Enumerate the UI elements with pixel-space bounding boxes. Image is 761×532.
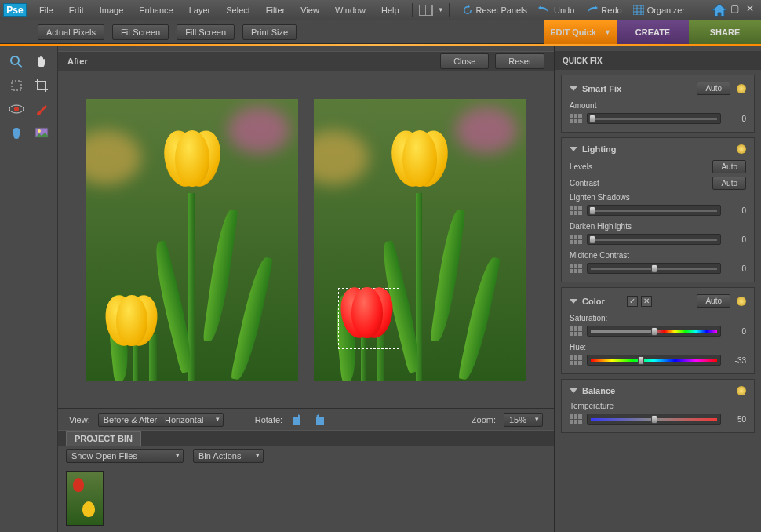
red-eye-icon	[9, 104, 24, 115]
tool-hand[interactable]	[31, 53, 52, 71]
auto-button[interactable]: Auto	[697, 294, 730, 308]
quick-fix-tab[interactable]: QUICK FIX	[555, 51, 761, 70]
reset-button[interactable]: Reset	[495, 53, 544, 69]
organizer-icon	[633, 5, 644, 15]
section-balance: Balance Temperature 50	[561, 379, 755, 433]
project-bin	[58, 465, 554, 532]
quick-fix-panel: QUICK FIX Smart Fix Auto Amount 0 Lighti…	[554, 46, 761, 532]
collapse-icon[interactable]	[570, 388, 577, 393]
bin-actions-select[interactable]: Bin Actions	[193, 449, 264, 463]
organizer-button[interactable]: Organizer	[633, 5, 685, 15]
temperature-slider[interactable]	[587, 414, 721, 425]
project-bin-tab[interactable]: PROJECT BIN	[58, 430, 554, 446]
menu-select[interactable]: Select	[218, 2, 258, 18]
minimize-button[interactable]: —	[712, 3, 725, 14]
menu-enhance[interactable]: Enhance	[131, 2, 180, 18]
thumbnail[interactable]	[66, 471, 104, 526]
svg-point-9	[14, 107, 19, 111]
options-bar: Actual Pixels Fit Screen Fill Screen Pri…	[0, 20, 761, 44]
layout-picker[interactable]: ▼	[417, 5, 444, 16]
contrast-label: Contrast	[570, 179, 712, 188]
view-label: View:	[69, 415, 90, 425]
levels-auto-button[interactable]: Auto	[712, 160, 746, 173]
after-image[interactable]	[314, 99, 526, 381]
menu-file[interactable]: File	[31, 2, 61, 18]
show-files-select[interactable]: Show Open Files	[66, 449, 184, 463]
tool-red-eye[interactable]	[6, 100, 27, 118]
preset-grid-icon[interactable]	[570, 114, 582, 123]
preset-grid-icon[interactable]	[570, 264, 582, 273]
rotate-right-icon[interactable]	[312, 413, 326, 427]
svg-rect-12	[293, 417, 300, 425]
collapse-icon[interactable]	[570, 147, 577, 151]
lighten-shadows-slider[interactable]	[587, 205, 721, 216]
rotate-left-icon[interactable]	[290, 413, 304, 427]
amount-slider[interactable]	[587, 113, 721, 124]
tool-zoom[interactable]	[6, 53, 27, 71]
fill-screen-button[interactable]: Fill Screen	[177, 24, 235, 40]
preview-area	[58, 71, 554, 408]
menu-filter[interactable]: Filter	[258, 2, 293, 18]
saturation-slider[interactable]	[587, 326, 721, 337]
preset-grid-icon[interactable]	[570, 326, 582, 336]
menu-layer[interactable]: Layer	[181, 2, 219, 18]
reset-panels-button[interactable]: Reset Panels	[462, 5, 527, 16]
cancel-button[interactable]: ✕	[641, 296, 652, 307]
preset-grid-icon[interactable]	[570, 414, 582, 424]
collapse-icon[interactable]	[570, 299, 577, 304]
actual-pixels-button[interactable]: Actual Pixels	[38, 24, 104, 40]
collapse-icon[interactable]	[570, 86, 577, 91]
temperature-value: 50	[726, 415, 746, 424]
tip-icon[interactable]	[737, 144, 746, 154]
lighten-shadows-label: Lighten Shadows	[570, 193, 746, 202]
reset-icon	[462, 5, 473, 16]
print-size-button[interactable]: Print Size	[242, 24, 297, 40]
close-button[interactable]: Close	[440, 53, 489, 69]
saturation-label: Saturation:	[570, 314, 746, 322]
contrast-auto-button[interactable]: Auto	[712, 177, 746, 190]
redo-icon	[585, 5, 598, 15]
redo-button[interactable]: Redo	[585, 5, 621, 15]
before-image[interactable]	[86, 99, 298, 381]
menu-image[interactable]: Image	[92, 2, 132, 18]
midtone-contrast-slider[interactable]	[587, 263, 721, 274]
zoom-label: Zoom:	[472, 415, 496, 425]
zoom-icon	[9, 55, 24, 69]
tip-icon[interactable]	[737, 386, 746, 395]
preset-grid-icon[interactable]	[570, 235, 582, 244]
close-window-button[interactable]: ✕	[744, 3, 756, 14]
menu-edit[interactable]: Edit	[61, 2, 92, 18]
commit-button[interactable]: ✓	[627, 296, 638, 307]
tab-edit-quick[interactable]: EDIT Quick▼	[544, 20, 617, 44]
tab-create[interactable]: CREATE	[617, 20, 689, 44]
hue-slider[interactable]	[587, 355, 721, 366]
tip-icon[interactable]	[737, 84, 746, 93]
section-title: Balance	[582, 386, 730, 395]
preset-grid-icon[interactable]	[570, 355, 582, 365]
preview-title: After	[67, 56, 434, 66]
undo-button[interactable]: Undo	[538, 5, 574, 15]
tool-brush[interactable]	[31, 100, 52, 118]
tab-share[interactable]: SHARE	[689, 20, 761, 44]
fit-screen-button[interactable]: Fit Screen	[112, 24, 169, 40]
midtone-contrast-label: Midtone Contrast	[570, 251, 746, 260]
preset-grid-icon[interactable]	[570, 206, 582, 215]
menu-help[interactable]: Help	[373, 2, 407, 18]
tool-bucket[interactable]	[6, 123, 27, 142]
darken-highlights-slider[interactable]	[587, 234, 721, 245]
tool-photo[interactable]	[31, 123, 52, 142]
menu-window[interactable]: Window	[327, 2, 373, 18]
maximize-button[interactable]: ▢	[728, 3, 741, 14]
tool-crop[interactable]	[31, 76, 52, 95]
view-select[interactable]: Before & After - Horizontal	[98, 413, 224, 427]
brush-icon	[35, 102, 49, 116]
tip-icon[interactable]	[737, 297, 746, 306]
svg-rect-7	[12, 81, 21, 90]
section-title: Smart Fix	[582, 84, 697, 93]
tool-marquee[interactable]	[6, 76, 27, 95]
section-title: Color	[582, 297, 627, 306]
hue-label: Hue:	[570, 343, 746, 352]
auto-button[interactable]: Auto	[697, 82, 730, 95]
zoom-select[interactable]: 15%	[504, 413, 543, 427]
menu-view[interactable]: View	[293, 2, 327, 18]
